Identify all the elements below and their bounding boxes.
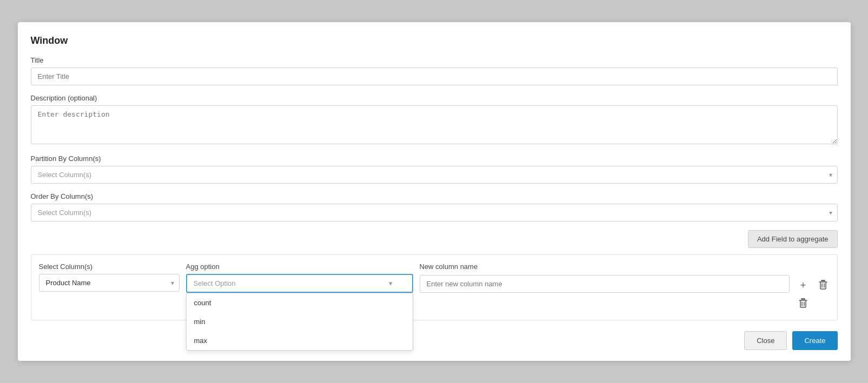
aggregate-inline-row: Select Column(s) Product Name ▾ Agg opti… — [39, 263, 830, 312]
title-input[interactable] — [31, 68, 838, 85]
agg-action-icons: ＋ — [796, 263, 810, 312]
partition-select-wrapper: Select Column(s) ▾ — [31, 166, 838, 184]
dropdown-item-min[interactable]: min — [187, 312, 413, 331]
footer-buttons: Close Create — [31, 331, 838, 350]
order-label: Order By Column(s) — [31, 192, 838, 200]
add-field-row: Add Field to aggregate — [31, 230, 838, 248]
delete-row-button[interactable] — [797, 296, 810, 312]
partition-select[interactable]: Select Column(s) — [31, 166, 838, 184]
modal-window: Window Title Description (optional) Part… — [18, 22, 851, 361]
dropdown-item-count[interactable]: count — [187, 293, 413, 312]
trash-icon — [799, 298, 807, 308]
agg-column-select-wrapper: Product Name ▾ — [39, 274, 180, 292]
add-field-button[interactable]: Add Field to aggregate — [748, 230, 838, 248]
agg-option-dropdown-container: Select Option ▾ count min max — [186, 274, 413, 293]
close-button[interactable]: Close — [744, 331, 787, 350]
delete-agg-row-button[interactable] — [817, 278, 830, 294]
agg-column-group: Select Column(s) Product Name ▾ — [39, 263, 180, 292]
create-button[interactable]: Create — [792, 331, 837, 350]
new-column-input[interactable] — [420, 275, 790, 293]
agg-option-dropdown-menu: count min max — [186, 293, 413, 351]
description-input[interactable] — [31, 105, 838, 144]
row-delete-icon-wrapper — [817, 263, 830, 294]
order-group: Order By Column(s) Select Column(s) ▾ — [31, 192, 838, 221]
agg-option-label: Agg option — [186, 263, 413, 271]
order-select[interactable]: Select Column(s) — [31, 204, 838, 221]
agg-option-selected-text: Select Option — [194, 279, 236, 287]
dropdown-item-max[interactable]: max — [187, 331, 413, 350]
order-select-wrapper: Select Column(s) ▾ — [31, 204, 838, 221]
description-label: Description (optional) — [31, 94, 838, 102]
agg-option-group: Agg option Select Option ▾ count min max — [186, 263, 413, 293]
agg-option-chevron-icon: ▾ — [389, 279, 393, 287]
title-label: Title — [31, 56, 838, 64]
aggregate-fields-section: Select Column(s) Product Name ▾ Agg opti… — [31, 254, 838, 320]
agg-option-trigger[interactable]: Select Option ▾ — [186, 274, 413, 293]
add-row-button[interactable]: ＋ — [796, 278, 810, 292]
partition-label: Partition By Column(s) — [31, 154, 838, 163]
agg-column-label: Select Column(s) — [39, 263, 180, 271]
new-column-group: New column name — [420, 263, 790, 293]
agg-column-select[interactable]: Product Name — [39, 274, 180, 292]
partition-group: Partition By Column(s) Select Column(s) … — [31, 154, 838, 184]
description-group: Description (optional) — [31, 94, 838, 146]
modal-title: Window — [31, 35, 838, 46]
title-group: Title — [31, 56, 838, 85]
trash-row-icon — [819, 280, 827, 290]
new-column-label: New column name — [420, 263, 790, 271]
